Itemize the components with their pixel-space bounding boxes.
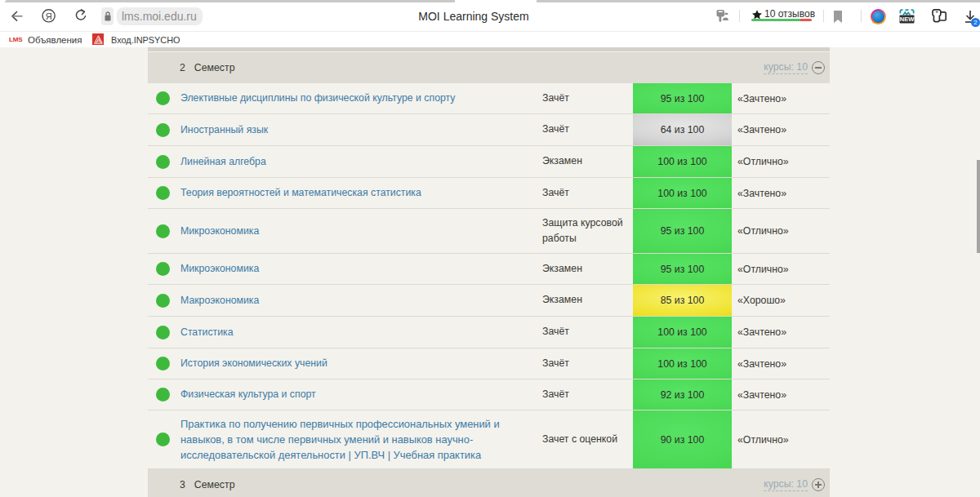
svg-text:NEW: NEW	[900, 16, 915, 23]
svg-text:Я: Я	[46, 11, 52, 21]
